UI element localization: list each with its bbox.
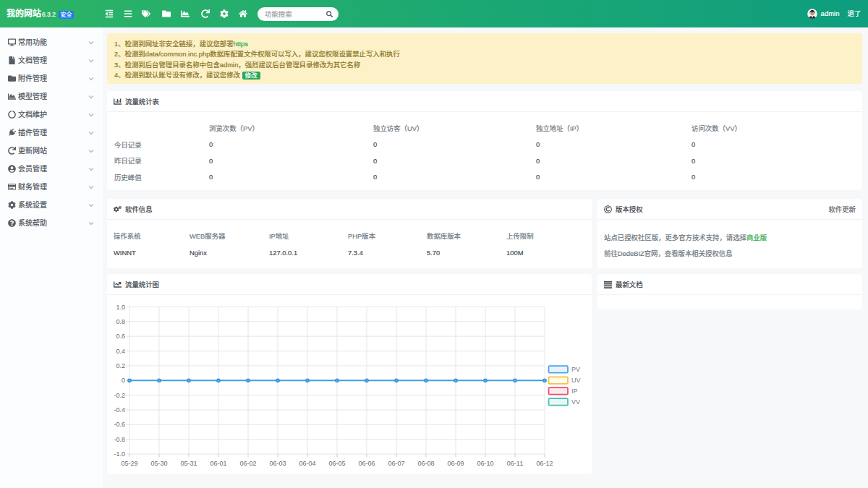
svg-text:-0.2: -0.2: [114, 392, 125, 399]
svg-text:05-30: 05-30: [150, 460, 167, 467]
svg-text:0: 0: [122, 377, 125, 384]
svg-text:0.6: 0.6: [116, 333, 125, 340]
svg-text:0.2: 0.2: [116, 362, 125, 369]
svg-text:VV: VV: [571, 398, 580, 406]
svg-text:06-09: 06-09: [447, 460, 464, 467]
svg-text:-0.6: -0.6: [114, 421, 125, 428]
svg-text:0.4: 0.4: [116, 348, 125, 355]
svg-text:-0.4: -0.4: [114, 406, 125, 414]
svg-text:-0.8: -0.8: [114, 436, 125, 443]
svg-text:05-31: 05-31: [180, 460, 197, 467]
svg-text:06-07: 06-07: [388, 460, 404, 467]
svg-text:06-03: 06-03: [269, 460, 286, 467]
svg-text:06-01: 06-01: [210, 460, 226, 467]
svg-text:06-08: 06-08: [417, 460, 434, 467]
svg-text:PV: PV: [571, 366, 580, 373]
svg-text:IP: IP: [571, 388, 578, 395]
svg-text:06-11: 06-11: [507, 460, 523, 467]
svg-text:06-06: 06-06: [358, 460, 375, 467]
svg-text:06-05: 06-05: [328, 460, 345, 467]
svg-text:06-12: 06-12: [536, 460, 553, 467]
svg-text:06-04: 06-04: [299, 460, 315, 467]
svg-text:-1.0: -1.0: [114, 450, 125, 458]
svg-text:0.8: 0.8: [116, 318, 125, 325]
svg-text:05-29: 05-29: [121, 460, 137, 467]
svg-text:06-10: 06-10: [477, 460, 493, 467]
svg-text:1.0: 1.0: [116, 304, 125, 311]
svg-text:UV: UV: [571, 377, 581, 384]
svg-text:06-02: 06-02: [239, 460, 256, 467]
